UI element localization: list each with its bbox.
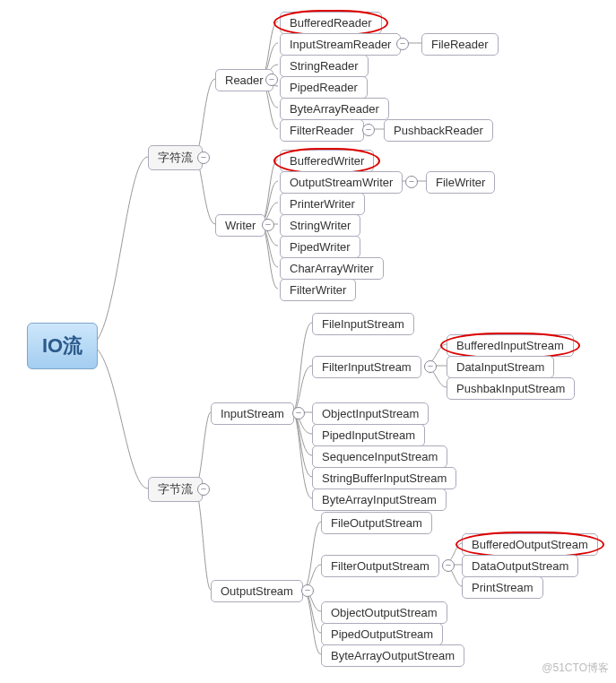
buffered-input-stream-node[interactable]: BufferedInputStream [447, 334, 574, 357]
collapse-icon[interactable]: − [362, 124, 375, 136]
filter-output-stream-node[interactable]: FilterOutputStream [321, 555, 439, 577]
data-output-stream-node[interactable]: DataOutputStream [462, 555, 578, 577]
buffered-reader-node[interactable]: BufferedReader [280, 12, 382, 34]
collapse-icon[interactable]: − [197, 151, 210, 164]
input-stream-reader-node[interactable]: InputStreamReader [280, 33, 401, 56]
output-stream-writer-node[interactable]: OutputStreamWriter [280, 171, 403, 194]
byte-array-input-stream-node[interactable]: ByteArrayInputStream [312, 488, 447, 511]
pushbak-input-stream-node[interactable]: PushbakInputStream [447, 377, 575, 400]
filter-writer-node[interactable]: FilterWriter [280, 279, 356, 301]
input-stream-node[interactable]: InputStream [211, 402, 294, 425]
piped-output-stream-node[interactable]: PipedOutputStream [321, 623, 443, 645]
file-input-stream-node[interactable]: FileInputStream [312, 313, 414, 335]
byte-array-reader-node[interactable]: ByteArrayReader [280, 98, 389, 120]
printer-writer-node[interactable]: PrinterWriter [280, 193, 365, 215]
watermark-text: @51CTO博客 [542, 661, 609, 676]
file-writer-node[interactable]: FileWriter [426, 171, 495, 194]
string-reader-node[interactable]: StringReader [280, 55, 369, 77]
collapse-icon[interactable]: − [442, 559, 455, 572]
char-array-writer-node[interactable]: CharArrayWriter [280, 257, 384, 280]
piped-reader-node[interactable]: PipedReader [280, 76, 368, 99]
writer-node[interactable]: Writer [215, 214, 265, 237]
collapse-icon[interactable]: − [262, 219, 274, 231]
pushback-reader-node[interactable]: PushbackReader [384, 119, 493, 142]
collapse-icon[interactable]: − [197, 483, 210, 496]
collapse-icon[interactable]: − [265, 73, 278, 86]
buffered-writer-node[interactable]: BufferedWriter [280, 150, 374, 172]
buffered-output-stream-node[interactable]: BufferedOutputStream [462, 533, 598, 556]
byte-array-output-stream-node[interactable]: ByteArrayOutputStream [321, 644, 464, 667]
data-input-stream-node[interactable]: DataInputStream [447, 356, 554, 378]
piped-input-stream-node[interactable]: PipedInputStream [312, 424, 425, 446]
piped-writer-node[interactable]: PipedWriter [280, 236, 360, 258]
collapse-icon[interactable]: − [301, 584, 314, 597]
collapse-icon[interactable]: − [396, 38, 409, 50]
root-node[interactable]: IO流 [27, 323, 98, 369]
object-output-stream-node[interactable]: ObjectOutputStream [321, 601, 447, 624]
filter-input-stream-node[interactable]: FilterInputStream [312, 356, 421, 378]
byte-stream-node[interactable]: 字节流 [148, 477, 203, 502]
output-stream-node[interactable]: OutputStream [211, 580, 303, 602]
string-writer-node[interactable]: StringWriter [280, 214, 360, 237]
filter-reader-node[interactable]: FilterReader [280, 119, 364, 142]
object-input-stream-node[interactable]: ObjectInputStream [312, 402, 429, 425]
reader-node[interactable]: Reader [215, 69, 273, 91]
file-reader-node[interactable]: FileReader [421, 33, 499, 56]
collapse-icon[interactable]: − [405, 176, 418, 188]
sequence-input-stream-node[interactable]: SequenceInputStream [312, 445, 447, 468]
print-stream-node[interactable]: PrintStream [462, 576, 543, 599]
string-buffer-input-stream-node[interactable]: StringBufferInputStream [312, 467, 456, 489]
file-output-stream-node[interactable]: FileOutputStream [321, 512, 432, 534]
char-stream-node[interactable]: 字符流 [148, 145, 203, 170]
collapse-icon[interactable]: − [424, 360, 437, 373]
collapse-icon[interactable]: − [292, 407, 305, 419]
